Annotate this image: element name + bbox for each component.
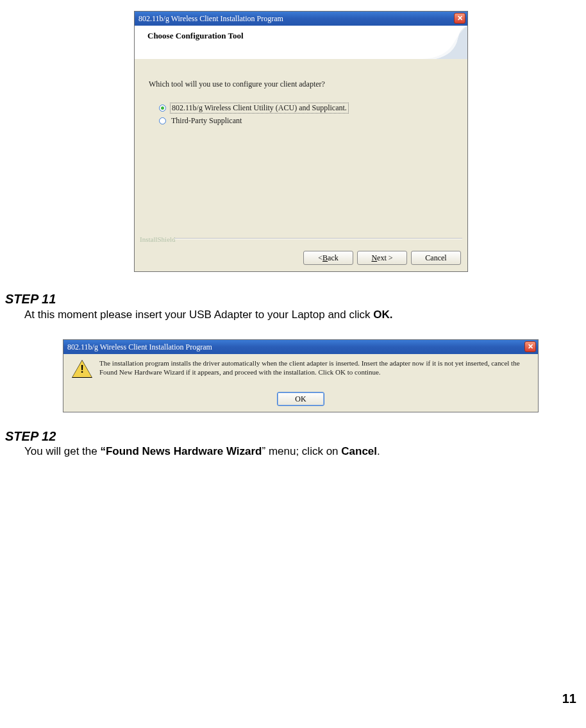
step11-heading: STEP 11	[5, 292, 56, 307]
page-curl-graphic	[423, 26, 467, 59]
cancel-label: Cancel	[425, 253, 446, 263]
step12-p3: ” menu; click on	[262, 445, 342, 457]
window-title: 802.11b/g Wireless Client Installation P…	[138, 14, 283, 24]
radio-option-acu[interactable]: 802.11b/g Wireless Client Utility (ACU) …	[159, 103, 349, 114]
next-mnemonic: N	[371, 253, 377, 263]
radio-icon	[159, 117, 166, 124]
window-title: 802.11b/g Wireless Client Installation P…	[67, 343, 212, 352]
radio-label-third-party: Third-Party Supplicant	[170, 116, 243, 126]
ok-button-row: OK	[63, 392, 538, 406]
back-lt: <	[318, 253, 322, 263]
banner: Choose Configuration Tool	[135, 26, 467, 60]
step12-heading: STEP 12	[5, 429, 56, 444]
close-button[interactable]: ✕	[524, 341, 536, 352]
close-icon: ✕	[528, 343, 533, 351]
next-button[interactable]: Next >	[357, 251, 407, 265]
radio-option-third-party[interactable]: Third-Party Supplicant	[159, 116, 243, 126]
step11-body-bold: OK.	[373, 309, 392, 321]
banner-title: Choose Configuration Tool	[147, 31, 244, 41]
radio-label-acu: 802.11b/g Wireless Client Utility (ACU) …	[170, 103, 349, 114]
step11-body: At this moment please insert your USB Ad…	[24, 309, 393, 321]
back-button[interactable]: < Back	[303, 251, 353, 265]
back-rest: ack	[328, 253, 339, 263]
next-rest: ext >	[377, 253, 392, 263]
button-row: < Back Next > Cancel	[303, 251, 461, 265]
config-prompt: Which tool will you use to configure you…	[149, 80, 325, 89]
cancel-button[interactable]: Cancel	[411, 251, 461, 265]
warning-icon: !	[72, 360, 92, 378]
titlebar[interactable]: 802.11b/g Wireless Client Installation P…	[135, 12, 467, 26]
alert-dialog: 802.11b/g Wireless Client Installation P…	[63, 339, 539, 412]
back-mnemonic: B	[322, 253, 328, 263]
alert-message: The installation program installs the dr…	[99, 359, 533, 377]
divider	[174, 238, 462, 239]
close-button[interactable]: ✕	[454, 13, 465, 24]
step12-p1: You will get the	[24, 445, 100, 457]
dialog-body: Which tool will you use to configure you…	[135, 59, 467, 271]
step12-p4: Cancel	[341, 445, 377, 457]
installshield-label: InstallShield	[140, 235, 176, 243]
ok-button[interactable]: OK	[277, 392, 324, 406]
page-number: 11	[562, 691, 576, 706]
step12-p5: .	[377, 445, 380, 457]
close-icon: ✕	[457, 14, 463, 22]
step11-body-pre: At this moment please insert your USB Ad…	[24, 309, 373, 321]
step12-p2: “Found News Hardware Wizard	[100, 445, 262, 457]
radio-icon	[159, 105, 166, 112]
titlebar[interactable]: 802.11b/g Wireless Client Installation P…	[63, 340, 538, 354]
installer-dialog: 802.11b/g Wireless Client Installation P…	[134, 11, 468, 272]
ok-label: OK	[295, 394, 306, 404]
step12-body: You will get the “Found News Hardware Wi…	[24, 445, 380, 458]
message-area: ! The installation program installs the …	[63, 354, 538, 412]
